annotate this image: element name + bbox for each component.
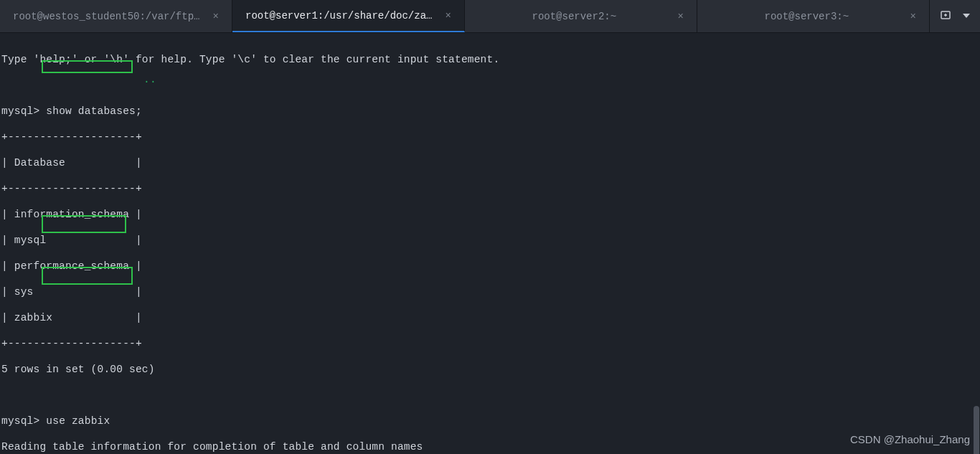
terminal-tab-4[interactable]: root@server3:~ × xyxy=(697,0,930,32)
terminal-line: | mysql | xyxy=(1,234,979,247)
terminal-line: +--------------------+ xyxy=(1,182,979,195)
terminal-line: | information_schema | xyxy=(1,208,979,221)
tab-label: root@server1:/usr/share/doc/zabbix... xyxy=(245,10,438,22)
terminal-line: Reading table information for completion… xyxy=(1,440,979,453)
tab-label: root@server2:~ xyxy=(478,11,671,22)
terminal-line: | sys | xyxy=(1,285,979,298)
tab-label: root@server3:~ xyxy=(710,11,903,22)
close-icon[interactable]: × xyxy=(910,11,916,22)
scrollbar[interactable] xyxy=(973,33,980,454)
terminal-line: | performance_schema | xyxy=(1,260,979,273)
terminal-line: Type 'help;' or '\h' for help. Type '\c'… xyxy=(1,53,979,66)
terminal-tab-1[interactable]: root@westos_student50:/var/ftp/za... × xyxy=(0,0,232,32)
terminal-tab-3[interactable]: root@server2:~ × xyxy=(465,0,697,32)
tab-label: root@westos_student50:/var/ftp/za... xyxy=(13,11,206,22)
new-tab-icon[interactable] xyxy=(940,9,951,24)
tab-bar: root@westos_student50:/var/ftp/za... × r… xyxy=(0,0,980,33)
watermark: CSDN @Zhaohui_Zhang xyxy=(850,433,970,445)
scrollbar-thumb[interactable] xyxy=(974,406,979,454)
terminal-line: +--------------------+ xyxy=(1,131,979,143)
terminal-output[interactable]: Type 'help;' or '\h' for help. Type '\c'… xyxy=(0,33,980,454)
terminal-tab-2[interactable]: root@server1:/usr/share/doc/zabbix... × xyxy=(232,0,465,32)
menu-chevron-icon[interactable] xyxy=(963,11,970,22)
terminal-line: | zabbix | xyxy=(1,311,979,324)
terminal-line: +--------------------+ xyxy=(1,337,979,350)
close-icon[interactable]: × xyxy=(678,11,684,22)
terminal-line: mysql> use zabbix xyxy=(1,415,979,427)
terminal-line: 5 rows in set (0.00 sec) xyxy=(1,363,979,376)
terminal-line xyxy=(1,389,979,402)
close-icon[interactable]: × xyxy=(446,10,451,22)
terminal-line: mysql> show databases; xyxy=(1,105,979,118)
tabbar-actions xyxy=(930,0,980,32)
highlight-dot: .. xyxy=(143,73,156,86)
close-icon[interactable]: × xyxy=(213,11,219,22)
terminal-line: | Database | xyxy=(1,156,979,169)
